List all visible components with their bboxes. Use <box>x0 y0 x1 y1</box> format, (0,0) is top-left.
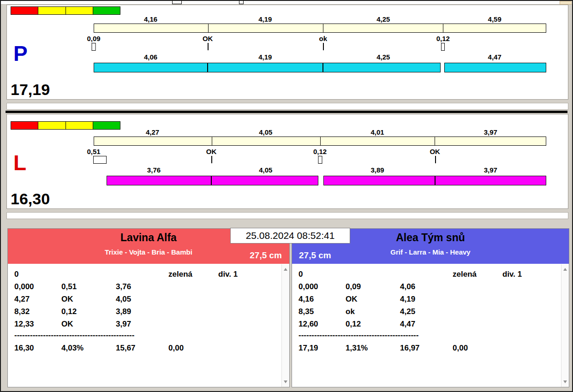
split-label-top: 4,25 <box>376 15 390 23</box>
table-row: 4,16 OK 4,19 <box>298 293 558 305</box>
run-label-bottom: 4,06 <box>144 53 157 61</box>
split-label-top: 4,59 <box>488 15 501 23</box>
lane-total-time-p: 17,19 <box>11 82 50 97</box>
scroll-up-button[interactable] <box>561 266 569 273</box>
chevron-down-icon <box>563 380 567 383</box>
team-panel-left: Lavina Alfa Trixie - Vojta - Bria - Bamb… <box>7 228 290 387</box>
background-window-corner <box>560 1 572 5</box>
split-label-top: 4,16 <box>144 15 157 23</box>
cell <box>346 268 400 280</box>
scroll-down-button[interactable] <box>561 378 569 386</box>
cell: 4,19 <box>400 293 453 305</box>
bar-divider <box>208 24 209 32</box>
bar-divider <box>212 137 212 145</box>
top-window-strip <box>1 1 572 5</box>
lane-panel-l: L 4,27 4,05 4,01 3,97 0,51 OK 0,12 OK 3,… <box>6 114 568 209</box>
window-notch <box>172 0 182 4</box>
run-label-bottom: 4,05 <box>259 166 272 174</box>
table-row: 0,000 0,09 4,06 <box>298 280 558 293</box>
race-display-window: P 4,16 4,19 4,25 4,59 0,09 OK ok 0,12 4,… <box>0 0 573 392</box>
table-info-row: 0 zelená div. 1 <box>14 268 278 280</box>
cell <box>61 268 116 280</box>
cell: 8,35 <box>298 305 346 318</box>
lane-l-chart: 4,27 4,05 4,01 3,97 0,51 OK 0,12 OK 3,76… <box>94 128 546 190</box>
cell: 0,12 <box>346 318 400 330</box>
split-time-bar <box>94 24 546 33</box>
run-time-bar-segment <box>323 176 435 185</box>
pass-tick <box>435 156 436 163</box>
cell: 0,09 <box>346 280 400 293</box>
table-info-row: 0 zelená div. 1 <box>298 268 558 280</box>
cell: OK <box>346 293 400 305</box>
lane-p-chart: 4,16 4,19 4,25 4,59 0,09 OK ok 0,12 4,06… <box>94 15 546 77</box>
cell: 3,76 <box>116 280 168 293</box>
lane-panel-p: P 4,16 4,19 4,25 4,59 0,09 OK ok 0,12 4,… <box>6 5 568 100</box>
split-label-top: 4,05 <box>259 128 272 136</box>
chevron-down-icon <box>284 380 287 383</box>
cell: div. 1 <box>502 268 558 280</box>
chevron-up-icon <box>563 268 567 271</box>
pass-marker-label: 0,12 <box>436 35 450 42</box>
bar-divider <box>323 24 323 32</box>
collapsed-panel-strip <box>6 103 568 110</box>
run-label-bottom: 4,47 <box>488 53 501 61</box>
lane-total-time-l: 16,30 <box>11 191 50 207</box>
table-separator: ----------------------------------------… <box>14 330 278 342</box>
cell: 0,51 <box>61 280 116 293</box>
table-row: 8,35 ok 4,25 <box>298 305 558 318</box>
scroll-up-button[interactable] <box>282 266 289 273</box>
pass-marker-label: 0,09 <box>87 35 100 42</box>
lane-letter-p: P <box>13 43 28 64</box>
cell: 4,03% <box>61 342 116 354</box>
split-label-top: 4,01 <box>370 128 384 136</box>
run-label-bottom: 4,25 <box>376 53 390 61</box>
traffic-light-yellow-2 <box>66 121 93 130</box>
datetime-display: 25.08.2024 08:52:41 <box>230 228 350 244</box>
cell: 0,000 <box>14 280 61 293</box>
table-row: 0,000 0,51 3,76 <box>14 280 278 293</box>
result-table-right: 0 zelená div. 1 0,000 0,09 4,06 4,16 OK … <box>292 264 569 354</box>
table-separator: ----------------------------------------… <box>298 330 558 342</box>
traffic-light-green <box>93 6 120 15</box>
pass-marker-label: OK <box>206 148 217 155</box>
cell: 4,05 <box>116 293 168 305</box>
table-row: 8,32 0,12 3,89 <box>14 305 278 318</box>
team-roster: Grif - Larra - Mia - Heavy <box>292 248 569 256</box>
cell: 0,00 <box>168 342 218 354</box>
cell: ok <box>346 305 400 318</box>
table-total-row: 16,30 4,03% 15,67 0,00 <box>14 342 278 354</box>
cell: 4,06 <box>400 280 453 293</box>
cell: 8,32 <box>14 305 61 318</box>
cell: 0 <box>14 268 61 280</box>
team-panel-right: Alea Tým snů Grif - Larra - Mia - Heavy … <box>292 228 569 387</box>
split-label-top: 4,27 <box>146 128 159 136</box>
vertical-scrollbar[interactable] <box>561 264 569 387</box>
run-label-bottom: 3,97 <box>484 166 497 174</box>
cell: 4,16 <box>298 293 346 305</box>
pass-marker-label: OK <box>203 35 213 42</box>
cell: zelená <box>453 268 502 280</box>
cell: 4,27 <box>14 293 61 305</box>
run-time-bar-segment <box>435 176 546 185</box>
split-time-bar <box>94 137 546 146</box>
scroll-down-button[interactable] <box>282 378 289 386</box>
chevron-up-icon <box>284 268 287 271</box>
vertical-scrollbar[interactable] <box>281 264 289 387</box>
cell: 16,97 <box>400 342 453 354</box>
table-row: 4,27 OK 4,05 <box>14 293 278 305</box>
early-pass-box <box>441 43 445 51</box>
pass-tick <box>211 156 212 163</box>
cell: 0,00 <box>453 342 502 354</box>
run-time-bar-segment <box>208 63 323 72</box>
bar-divider <box>435 137 435 145</box>
split-label-top: 3,97 <box>484 128 497 136</box>
early-pass-box <box>318 156 322 164</box>
cell: OK <box>61 318 116 330</box>
cell: 12,60 <box>298 318 346 330</box>
cell: 0 <box>298 268 346 280</box>
cell: 12,33 <box>14 318 61 330</box>
cell: div. 1 <box>218 268 278 280</box>
jump-height: 27,5 cm <box>250 250 282 261</box>
result-table-left: 0 zelená div. 1 0,000 0,51 3,76 4,27 OK … <box>8 264 289 354</box>
cell: 15,67 <box>116 342 168 354</box>
